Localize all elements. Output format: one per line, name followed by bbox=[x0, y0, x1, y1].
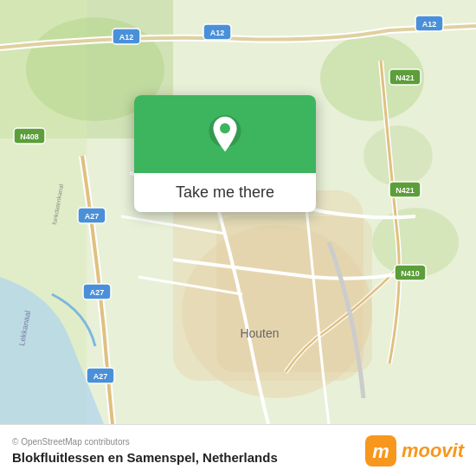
svg-text:N410: N410 bbox=[401, 269, 420, 278]
svg-text:m: m bbox=[372, 441, 389, 462]
location-pin-icon bbox=[206, 115, 244, 153]
svg-text:N421: N421 bbox=[396, 74, 415, 82]
svg-text:N421: N421 bbox=[396, 186, 415, 195]
svg-point-34 bbox=[220, 123, 230, 133]
svg-text:A27: A27 bbox=[85, 212, 100, 221]
popup-card: Take me there bbox=[134, 95, 316, 212]
location-name-label: Blokfluitlessen en Samenspel, Netherland… bbox=[12, 450, 278, 465]
svg-text:N408: N408 bbox=[20, 132, 39, 141]
svg-text:A27: A27 bbox=[93, 372, 108, 381]
osm-attribution: © OpenStreetMap contributors bbox=[12, 437, 278, 447]
moovit-wordmark: moovit bbox=[402, 440, 464, 462]
take-me-there-button[interactable]: Take me there bbox=[134, 173, 316, 212]
svg-text:A12: A12 bbox=[422, 20, 437, 29]
map-container: A12 A12 A12 N408 N421 N421 N410 A27 A27 … bbox=[0, 0, 476, 424]
svg-text:A12: A12 bbox=[210, 29, 225, 37]
svg-text:A27: A27 bbox=[90, 288, 105, 297]
moovit-logo: m moovit bbox=[365, 435, 464, 466]
popup-green-area bbox=[134, 95, 316, 173]
svg-point-5 bbox=[363, 125, 433, 186]
svg-text:Houten: Houten bbox=[240, 326, 279, 340]
bottom-bar: © OpenStreetMap contributors Blokfluitle… bbox=[0, 424, 476, 476]
bottom-left-info: © OpenStreetMap contributors Blokfluitle… bbox=[12, 437, 278, 465]
svg-text:A12: A12 bbox=[119, 33, 134, 42]
moovit-m-icon: m bbox=[365, 435, 396, 466]
